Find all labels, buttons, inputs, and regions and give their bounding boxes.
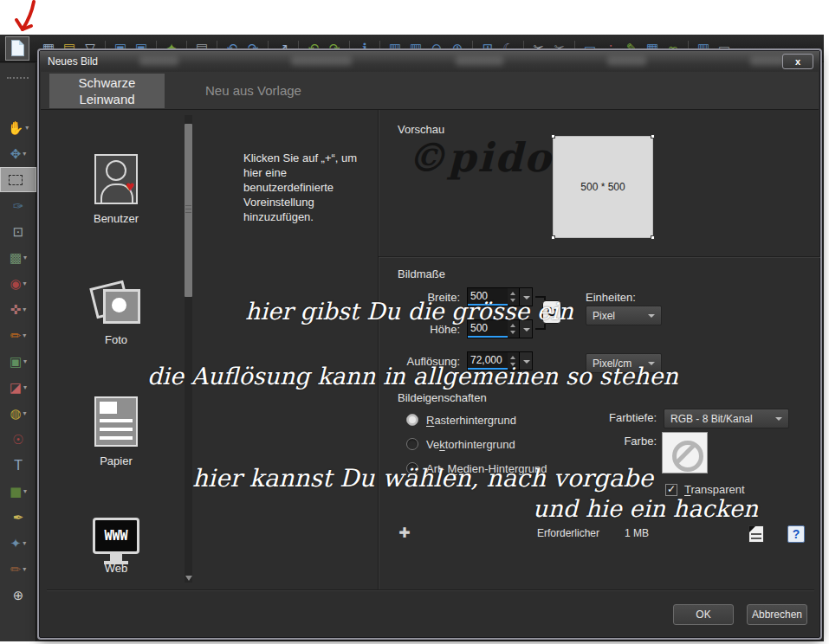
preview-size-text: 500 * 500: [580, 181, 625, 193]
screenshot-stage: ▦ ▤ ▽ ▣ ▣ ✦: [0, 0, 829, 644]
handwritten-note: hier kannst Du wählen, nach vorgabe: [192, 464, 653, 493]
eraser-tool[interactable]: ◪: [0, 375, 36, 400]
transparent-checkbox-row[interactable]: Transparent: [665, 483, 745, 496]
preset-icon: [94, 275, 138, 325]
footer-separator: [47, 589, 814, 590]
handwritten-note: hier gibst Du die grösse ein: [245, 298, 573, 325]
radio-circle[interactable]: [406, 414, 418, 426]
transparent-checkbox[interactable]: [665, 484, 677, 496]
scrollbar-down-arrow[interactable]: [185, 576, 192, 581]
brush-tool[interactable]: ✏: [0, 323, 36, 348]
preset-item[interactable]: WWW Web: [73, 518, 159, 575]
preset-item[interactable]: ♥ Benutzer: [73, 154, 159, 225]
shapes-tool[interactable]: ■: [0, 479, 36, 504]
blurred-menu-blob: [139, 56, 178, 66]
move-tool[interactable]: ✥: [0, 141, 36, 166]
preset-icon: WWW: [93, 518, 139, 554]
scrollbar-thumb[interactable]: [185, 124, 192, 297]
pan-tool[interactable]: ✋: [0, 115, 36, 140]
preset-item[interactable]: Foto: [73, 275, 159, 346]
watermark-text: ©pido: [406, 134, 552, 181]
preview-handle: [651, 134, 655, 138]
straighten-tool[interactable]: ▩: [0, 245, 36, 270]
close-button[interactable]: x: [782, 54, 813, 69]
clone-stamp-tool[interactable]: ☉: [0, 427, 36, 452]
add-tool[interactable]: ⊕: [0, 583, 36, 608]
blurred-menu-blob: [750, 56, 785, 66]
dialog-header: Schwarze Leinwand Neu aus Vorlage: [41, 72, 819, 110]
preview-handle: [651, 235, 655, 240]
pen-tool[interactable]: ✒: [0, 505, 36, 530]
smudge-tool[interactable]: ✏: [0, 557, 36, 582]
add-preset-button[interactable]: ✚: [396, 525, 413, 542]
warp-tool[interactable]: ✦: [0, 531, 36, 556]
dropper-tool[interactable]: ✑: [0, 193, 36, 218]
tab-schwarze-leinwand[interactable]: Schwarze Leinwand: [49, 74, 165, 108]
preset-item[interactable]: Papier: [73, 396, 159, 467]
color-label: Farbe:: [586, 435, 657, 448]
raster[interactable]: Rasterhintergrund: [406, 412, 547, 428]
redeye-tool[interactable]: ◉: [0, 271, 36, 296]
new-file-icon: [11, 40, 24, 56]
memo-icon[interactable]: [748, 525, 764, 543]
units-label: Einheiten:: [586, 291, 636, 304]
preview-box: 500 * 500: [553, 136, 653, 238]
palette-grip[interactable]: [7, 77, 29, 80]
properties-section-label: Bildeigenschaften: [398, 391, 487, 404]
frame-tool[interactable]: ▣: [0, 349, 36, 374]
color-depth-label: Farbtiefe:: [560, 411, 657, 424]
preview-handle: [551, 134, 555, 138]
makeover-tool[interactable]: ✜: [0, 297, 36, 322]
blurred-menu-blob: [607, 56, 646, 66]
ok-button[interactable]: OK: [673, 604, 734, 625]
vektor[interactable]: Vektorhintergrund: [406, 436, 547, 452]
preset-list: ♥ Benutzer Foto Papier WWW: [73, 154, 159, 575]
units-select[interactable]: Pixel: [586, 306, 662, 325]
dialog-titlebar[interactable]: Neues Bild x: [40, 51, 819, 72]
tool-palette: ✋ ✥ ✑ ⊡ ▩ ◉ ✜ ✏: [0, 63, 36, 641]
new-file-button[interactable]: [5, 36, 29, 61]
color-depth-select[interactable]: RGB - 8 Bit/Kanal: [664, 409, 789, 428]
blurred-menu-blob: [291, 56, 352, 66]
selection-tool[interactable]: [0, 167, 36, 192]
required-memory-label: Erforderlicher: [537, 527, 599, 539]
required-memory-value: 1 MB: [625, 527, 649, 539]
dialog-title: Neues Bild: [48, 55, 98, 68]
dimensions-section-label: Bildmaße: [398, 267, 445, 280]
help-button[interactable]: ?: [787, 525, 805, 543]
palette-tools: ✋ ✥ ✑ ⊡ ▩ ◉ ✜ ✏: [0, 115, 36, 609]
preset-scrollbar[interactable]: [185, 115, 192, 583]
handwritten-note: und hie ein hacken: [533, 495, 758, 522]
bg-eraser-tool[interactable]: ◍: [0, 401, 36, 426]
cancel-button[interactable]: Abbrechen: [747, 604, 807, 625]
color-swatch-transparent[interactable]: [662, 432, 708, 473]
chevron-down-icon: [775, 417, 782, 421]
radio-circle[interactable]: [406, 438, 418, 450]
height-label: Höhe:: [378, 323, 460, 336]
text-tool[interactable]: T: [0, 453, 36, 478]
section-separator: [379, 256, 820, 257]
preset-icon: [94, 396, 138, 447]
preview-handle: [551, 235, 555, 240]
crop-tool[interactable]: ⊡: [0, 219, 36, 244]
preset-hint-text: Klicken Sie auf „+“, um hier eine benutz…: [243, 151, 379, 224]
chevron-down-icon: [648, 314, 655, 318]
preset-icon: ♥: [94, 154, 138, 204]
new-image-dialog: Neues Bild x Schwarze Leinwand Neu aus V…: [39, 50, 820, 638]
handwritten-note: die Auflösung kann in allgemeinen so ste…: [147, 363, 678, 390]
red-arrow-annotation: [7, 0, 43, 38]
blurred-menu-blob: [456, 56, 503, 66]
tab-neu-aus-vorlage[interactable]: Neu aus Vorlage: [205, 72, 301, 110]
